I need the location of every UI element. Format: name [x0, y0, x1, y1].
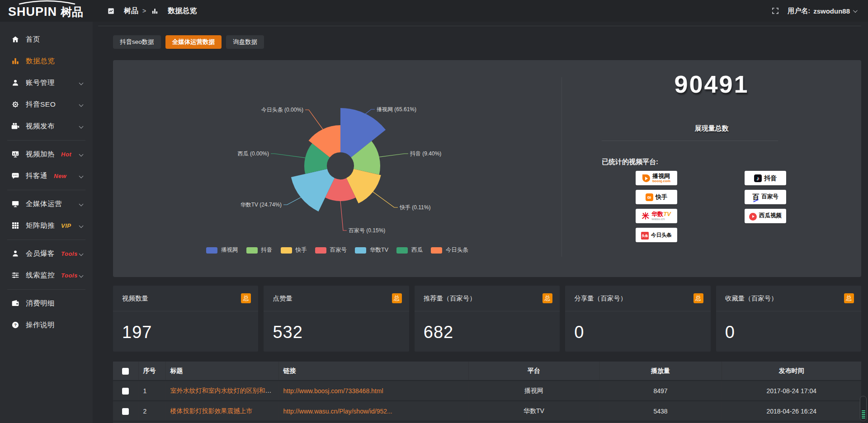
legend-item-0[interactable]: 播视网 — [206, 246, 238, 254]
sidebar-item-clue-monitor[interactable]: 线索监控Tools — [0, 264, 93, 286]
legend-item-4[interactable]: 华数TV — [355, 246, 388, 254]
divider — [7, 140, 85, 141]
tab-inquiry-data[interactable]: 询盘数据 — [226, 35, 264, 49]
sidebar-item-doukertong[interactable]: 抖客通New — [0, 165, 93, 187]
breadcrumb-item-shupin[interactable]: 树品 — [106, 6, 138, 16]
tab-douyin-seo-data[interactable]: 抖音seo数据 — [113, 35, 161, 49]
legend-label: 抖音 — [261, 246, 273, 254]
platform-name: 播视网 — [652, 173, 670, 179]
sidebar-menu: 首页数据总览账号管理抖音SEO视频发布视频加热Hot抖客通New全媒体运营矩阵助… — [0, 22, 93, 336]
select-all-checkbox[interactable] — [122, 368, 129, 375]
fullscreen-icon[interactable] — [771, 7, 779, 15]
username-value: zswodun88 — [813, 7, 850, 15]
sidebar-item-video-heat[interactable]: 视频加热Hot — [0, 143, 93, 165]
legend-item-2[interactable]: 快手 — [281, 246, 307, 254]
sidebar-item-label: 抖音SEO — [26, 100, 56, 109]
sidebar-item-matrix-boost[interactable]: 矩阵助推VIP — [0, 215, 93, 236]
legend-swatch — [396, 247, 408, 254]
platform-badge-text: 抖音 — [764, 175, 777, 182]
gear-icon — [11, 100, 20, 108]
pie-label: 快手 (0.11%) — [399, 204, 430, 211]
sidebar: 首页数据总览账号管理抖音SEO视频发布视频加热Hot抖客通New全媒体运营矩阵助… — [0, 22, 93, 423]
stat-card-value: 532 — [273, 323, 302, 342]
monitor-icon — [11, 200, 20, 208]
stat-card-recommend-count: 推荐量（百家号）总682 — [415, 286, 560, 352]
sidebar-item-operation-guide[interactable]: ?操作说明 — [0, 314, 93, 336]
sidebar-item-douyin-seo[interactable]: 抖音SEO — [0, 94, 93, 115]
platform-name: 百家号 — [761, 194, 778, 200]
divider — [7, 190, 85, 190]
platform-name: 今日头条 — [651, 232, 672, 238]
video-url-link[interactable]: http://www.boosj.com/7338468.html — [283, 387, 383, 395]
sidebar-item-all-media-operation[interactable]: 全媒体运营 — [0, 193, 93, 215]
stat-card-video-count: 视频数量总197 — [113, 286, 258, 352]
platform-badges-right: ♪抖音百百家号西瓜视频 — [745, 171, 786, 223]
sidebar-item-tag: Tools — [61, 272, 78, 279]
sidebar-item-label: 消费明细 — [26, 299, 55, 308]
trend-chart-icon — [106, 8, 115, 14]
legend-swatch — [355, 247, 366, 254]
pie-label: 播视网 (65.61%) — [377, 106, 416, 113]
scroll-indicator[interactable] — [860, 396, 867, 421]
stat-card-value: 0 — [574, 323, 584, 342]
sidebar-item-consume-detail[interactable]: 消费明细 — [0, 292, 93, 314]
stat-card-like-count: 点赞量总532 — [264, 286, 409, 352]
pie-label-line — [305, 110, 323, 129]
video-url-link[interactable]: http://www.wasu.cn/Play/show/id/952... — [283, 408, 392, 415]
legend-swatch — [281, 247, 292, 254]
sidebar-item-label: 首页 — [26, 35, 40, 44]
legend-item-1[interactable]: 抖音 — [246, 246, 273, 254]
user-menu[interactable]: 用户名: zswodun88 — [788, 7, 856, 15]
row-checkbox[interactable] — [122, 408, 129, 415]
platform-badge-douyin: ♪抖音 — [745, 171, 786, 185]
sidebar-item-home[interactable]: 首页 — [0, 28, 93, 50]
impressions-total-label: 展现量总数 — [562, 124, 861, 133]
chevron-down-icon — [79, 124, 84, 128]
chat-bubble-icon — [11, 172, 20, 180]
tab-all-media-data[interactable]: 全媒体运营数据 — [165, 35, 222, 49]
row-link: http://www.boosj.com/7338468.html — [278, 381, 468, 401]
app-logo[interactable]: SHUPIN 树品 — [0, 0, 93, 22]
legend-item-6[interactable]: 今日头条 — [431, 246, 468, 254]
row-cell — [599, 421, 722, 423]
table-header-row: 序号 标题 链接 平台 播放量 发布时间 — [113, 362, 861, 381]
sidebar-item-account-management[interactable]: 账号管理 — [0, 72, 93, 94]
chart-legend: 播视网抖音快手百家号华数TV西瓜今日头条 — [113, 246, 561, 254]
douyin-icon: ♪ — [754, 174, 762, 183]
chevron-down-icon — [79, 80, 84, 85]
sidebar-item-tag: Tools — [61, 250, 78, 257]
pie-label: 今日头条 (0.00%) — [261, 107, 303, 113]
breadcrumb-label: 数据总览 — [168, 6, 197, 16]
video-title-link[interactable]: 楼体投影灯投影效果震撼上市 — [170, 407, 253, 414]
person-icon — [11, 249, 20, 258]
row-time: 2017-08-24 17:04 — [722, 381, 861, 401]
video-title-link[interactable]: 室外水纹灯和室内水纹灯的区别和简介 — [170, 387, 278, 394]
sidebar-item-label: 视频发布 — [26, 122, 55, 131]
row-checkbox[interactable] — [122, 388, 129, 395]
stat-card-value: 197 — [122, 323, 152, 342]
breadcrumb-item-data-overview[interactable]: 数据总览 — [150, 6, 197, 16]
stat-card-label: 推荐量（百家号） — [424, 294, 476, 303]
dashboard-root: SHUPIN 树品 树品 > 数据总览 用户名: zswodu — [0, 0, 868, 423]
chevron-down-icon — [79, 251, 84, 256]
pie-label: 华数TV (24.74%) — [241, 202, 282, 208]
row-cell — [468, 421, 599, 423]
toutiao-icon: 头条 — [641, 230, 649, 240]
wasu-icon: 米 — [642, 212, 649, 220]
platform-badge-text: 播视网boosj.com — [652, 173, 670, 183]
total-badge: 总 — [542, 293, 552, 303]
legend-item-5[interactable]: 西瓜 — [396, 246, 423, 254]
legend-label: 快手 — [296, 246, 307, 254]
pie-slice-4[interactable] — [291, 169, 335, 212]
platform-name: 快手 — [656, 194, 667, 200]
divider — [602, 141, 778, 141]
sidebar-item-video-publish[interactable]: 视频发布 — [0, 115, 93, 137]
sidebar-item-label: 矩阵助推 — [26, 221, 55, 230]
legend-item-3[interactable]: 百家号 — [315, 246, 347, 254]
sidebar-item-data-overview[interactable]: 数据总览 — [0, 50, 93, 72]
sidebar-item-member-baoke[interactable]: 会员爆客Tools — [0, 243, 93, 264]
pie-label-line — [283, 197, 301, 205]
summary-panel: 90491 展现量总数 已统计的视频平台: 播视网boosj.com8快手米华数… — [562, 60, 861, 277]
platform-badge-wasu: 米华数TVwasu.cn — [636, 209, 677, 223]
bar-chart-icon — [150, 8, 159, 14]
